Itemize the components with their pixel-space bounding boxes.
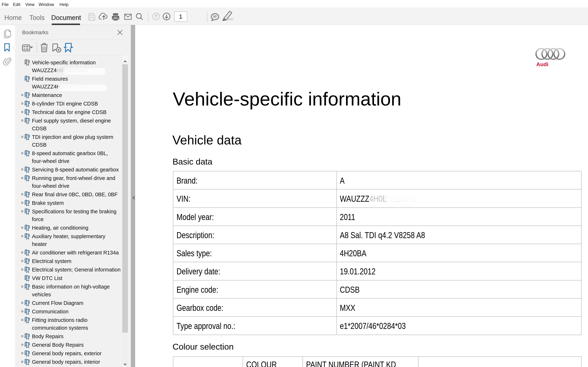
- svg-text:/ 2: / 2: [190, 14, 197, 20]
